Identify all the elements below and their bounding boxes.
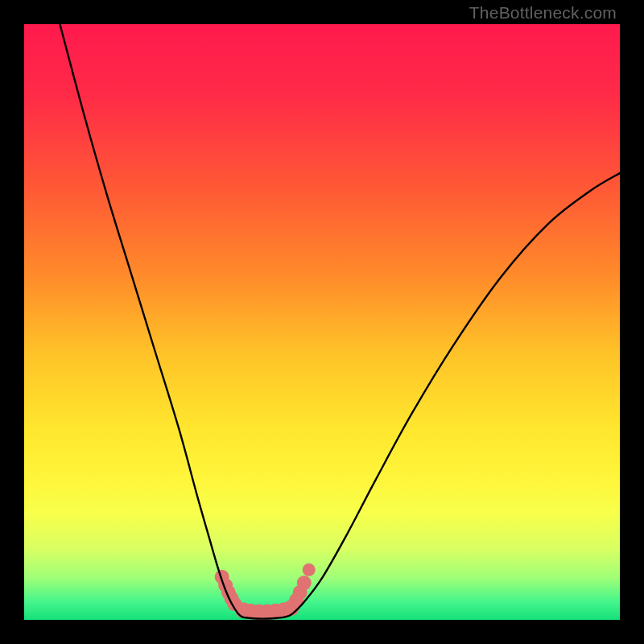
watermark-label: TheBottleneck.com <box>469 3 617 23</box>
curves-layer <box>24 24 620 620</box>
plot-area <box>24 24 620 620</box>
marker-dot <box>297 576 312 590</box>
chart-frame: TheBottleneck.com <box>0 0 644 644</box>
marker-dot <box>303 564 316 576</box>
marker-layer <box>215 564 316 620</box>
bottleneck-curve <box>60 24 620 619</box>
